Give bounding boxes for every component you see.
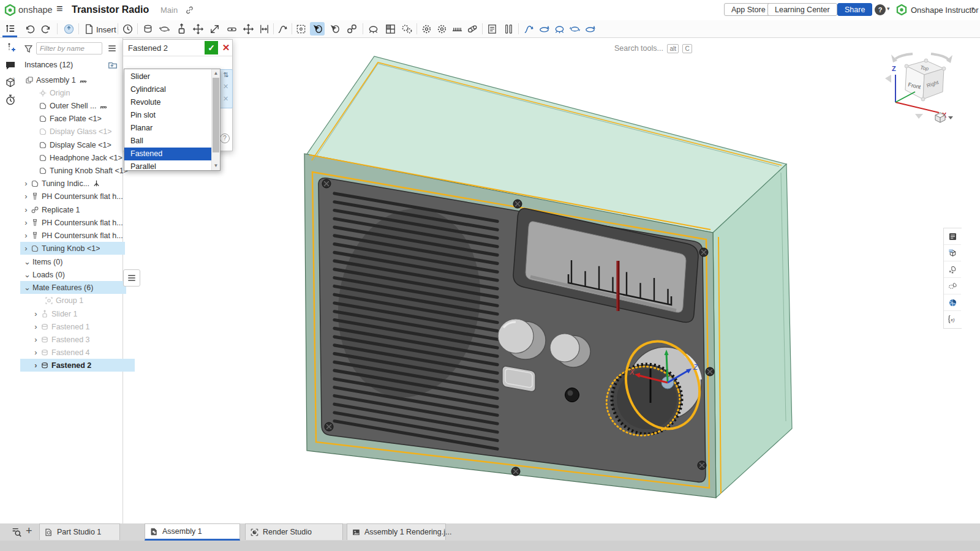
follow-mode-icon[interactable] <box>4 42 17 54</box>
app-store-button[interactable]: App Store <box>724 3 773 16</box>
expand-chevron-icon[interactable]: › <box>32 348 39 357</box>
expand-chevron-icon[interactable]: › <box>23 192 29 201</box>
display-states-panel-icon[interactable] <box>944 278 961 294</box>
variables-panel-icon[interactable] <box>944 311 961 327</box>
scrollbar-thumb[interactable] <box>213 78 219 152</box>
headphone-jack-part[interactable] <box>565 388 579 402</box>
tree-item-ph-countersunk-2[interactable]: ›PH Countersunk flat h... <box>20 216 125 229</box>
share-link-icon[interactable] <box>185 6 194 15</box>
animate-icon-4[interactable] <box>567 22 582 36</box>
bom-icon[interactable] <box>484 22 499 36</box>
animate-icon-2[interactable] <box>537 22 551 36</box>
dialog-accept-button[interactable]: ✓ <box>205 41 218 54</box>
tree-item-replicate-1[interactable]: ›Replicate 1 <box>20 203 125 216</box>
share-button[interactable]: Share <box>837 3 872 16</box>
tab-assembly-1[interactable]: Assembly 1 <box>145 523 240 541</box>
rack-pinion-icon[interactable] <box>450 22 464 36</box>
tab-render-studio[interactable]: Render Studio <box>245 523 343 540</box>
animate-icon-3[interactable] <box>552 22 567 36</box>
tree-item-ph-countersunk-3[interactable]: ›PH Countersunk flat h... <box>20 229 125 242</box>
help-icon[interactable]: ? <box>875 4 886 15</box>
tree-item-tuning-indicator[interactable]: ›Tuning Indic... <box>20 177 125 190</box>
group-mate-icon[interactable] <box>293 22 308 36</box>
list-view-icon[interactable] <box>107 43 117 53</box>
expand-chevron-icon[interactable]: › <box>23 244 29 253</box>
tree-item-headphone-jack[interactable]: Headphone Jack <1> <box>20 151 140 164</box>
animate-icon-5[interactable] <box>582 22 597 36</box>
search-tabs-icon[interactable] <box>11 527 22 538</box>
expand-chevron-icon[interactable]: › <box>32 309 39 318</box>
planar-mate-icon[interactable] <box>190 22 205 36</box>
revolute-mate-icon[interactable] <box>157 22 172 36</box>
tab-part-studio-1[interactable]: Part Studio 1 <box>39 523 120 540</box>
dropdown-item-fastened-selected[interactable]: Fastened <box>124 148 217 160</box>
flip-connector-icon[interactable]: ⇅ <box>219 70 232 80</box>
expand-chevron-icon[interactable]: › <box>32 335 39 344</box>
section-items[interactable]: ⌄Items (0) <box>20 255 126 268</box>
tree-item-fastened-1[interactable]: ›Fastened 1 <box>20 320 135 333</box>
expand-chevron-icon[interactable]: › <box>23 179 29 188</box>
workspace-name[interactable]: Main <box>160 6 178 15</box>
document-title[interactable]: Transistor Radio <box>72 4 149 15</box>
replicate-icon[interactable] <box>344 22 359 36</box>
parts-panel-icon[interactable] <box>944 261 961 278</box>
configurations-panel-icon[interactable] <box>944 245 961 261</box>
relations-icon[interactable] <box>399 22 414 36</box>
collapse-chevron-icon[interactable]: ⌄ <box>24 257 31 266</box>
animate-icon-1[interactable] <box>521 22 536 36</box>
tab-assembly-rendering[interactable]: Assembly 1 Rendering.j... <box>347 523 446 540</box>
snapshot-icon[interactable] <box>383 22 398 36</box>
fastened-mate-icon[interactable] <box>140 22 155 36</box>
mate-tool-icon-active[interactable] <box>310 22 325 36</box>
tree-item-display-scale[interactable]: Display Scale <1> <box>20 138 140 151</box>
insert-button[interactable]: Insert <box>96 25 116 34</box>
dropdown-item-revolute[interactable]: Revolute <box>124 96 217 109</box>
clear-connector-icon[interactable]: ✕ <box>219 80 232 92</box>
tree-item-fastened-2[interactable]: ›Fastened 2 <box>20 359 135 372</box>
tree-item-group-1[interactable]: Group 1 <box>20 294 146 307</box>
cylindrical-mate-icon[interactable] <box>207 22 222 36</box>
expand-chevron-icon[interactable]: › <box>23 218 29 227</box>
instances-panel-toggle[interactable] <box>2 22 17 36</box>
parallel-mate-icon[interactable] <box>257 22 271 36</box>
tree-item-outer-shell[interactable]: Outer Shell ... <box>20 99 140 112</box>
account-name[interactable]: Onshape Instructor <box>911 6 979 15</box>
insert-folder-icon[interactable] <box>108 60 118 70</box>
section-loads[interactable]: ⌄Loads (0) <box>20 268 126 281</box>
dropdown-item-ball[interactable]: Ball <box>124 135 217 148</box>
learning-center-button[interactable]: Learning Center <box>767 3 837 16</box>
drag-part-icon[interactable] <box>327 22 342 36</box>
onshape-logo-icon[interactable] <box>4 4 16 16</box>
dialog-help-icon[interactable]: ? <box>220 133 230 143</box>
pin-slot-mate-icon[interactable] <box>224 22 239 36</box>
help-caret-icon[interactable]: ▾ <box>887 6 890 12</box>
tree-item-fastened-3[interactable]: ›Fastened 3 <box>20 333 135 346</box>
tree-item-ph-countersunk-1[interactable]: ›PH Countersunk flat h... <box>20 190 125 203</box>
dropdown-item-parallel[interactable]: Parallel <box>124 160 217 171</box>
gear-relation-icon[interactable] <box>419 22 434 36</box>
dropdown-scrollbar[interactable]: ▲ ▼ <box>211 69 220 170</box>
add-tab-button[interactable]: + <box>26 525 32 538</box>
expand-chevron-icon[interactable]: › <box>23 205 29 214</box>
dropdown-item-slider[interactable]: Slider <box>124 70 217 83</box>
dialog-cancel-button[interactable]: ✕ <box>220 41 232 54</box>
expand-chevron-icon[interactable]: › <box>32 322 39 331</box>
collapse-chevron-icon[interactable]: ⌄ <box>24 270 31 279</box>
belt-relation-icon[interactable] <box>465 22 480 36</box>
measure-icon[interactable] <box>501 22 516 36</box>
update-sync-icon[interactable] <box>61 22 76 36</box>
mate-connector-icon[interactable] <box>275 22 290 36</box>
tree-item-slider-1[interactable]: ›Slider 1 <box>20 307 135 320</box>
comments-icon[interactable] <box>4 59 17 72</box>
redo-button[interactable] <box>39 22 53 36</box>
search-tools-label[interactable]: Search tools... <box>614 44 663 53</box>
tree-item-origin[interactable]: Origin <box>20 86 140 99</box>
dropdown-item-pin-slot[interactable]: Pin slot <box>124 109 217 122</box>
expand-chevron-icon[interactable]: › <box>32 361 39 370</box>
expand-chevron-icon[interactable]: › <box>23 231 29 240</box>
account-caret-icon[interactable]: ▾ <box>971 6 974 12</box>
history-icon[interactable] <box>120 22 135 36</box>
dropdown-item-cylindrical[interactable]: Cylindrical <box>124 83 217 96</box>
tree-item-tuning-knob-shaft[interactable]: Tuning Knob Shaft <1> <box>20 164 140 177</box>
brand-name[interactable]: onshape <box>18 5 53 15</box>
